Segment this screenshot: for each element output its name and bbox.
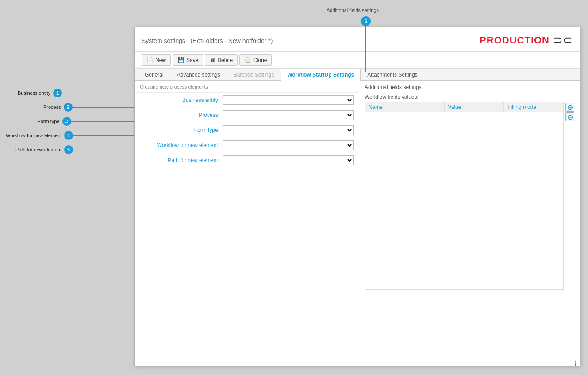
clone-label: Clone (253, 57, 267, 63)
form-type-select[interactable] (223, 125, 354, 135)
delete-button[interactable]: 🗑 Delete (205, 54, 238, 66)
additional-fields-tooltip: Additional fields settings (327, 8, 379, 13)
col-value: Value (444, 102, 504, 112)
annotation-label-3: Form type (38, 119, 60, 124)
panel-title: System settings (HotFolders - New hotfol… (142, 35, 273, 45)
add-row-button[interactable]: ⊕ (565, 103, 574, 112)
annotation-1: Business entity 1 (18, 89, 62, 97)
business-entity-select[interactable] (223, 95, 354, 105)
subtitle-text: (HotFolders - New hotfolder *) (190, 37, 273, 44)
clone-button[interactable]: 📋 Clone (239, 54, 272, 66)
ann-line-4 (69, 135, 134, 136)
section-header: Creating new process elements (135, 81, 359, 93)
tooltip-bubble-6: 6 (361, 16, 371, 26)
business-entity-label: Business entity: (140, 97, 219, 103)
info-icon[interactable]: ℹ (574, 360, 577, 368)
clone-icon: 📋 (244, 57, 251, 63)
form-type-label: Form type: (140, 127, 219, 133)
workflow-fields-label: Workflow fields values: (365, 94, 564, 100)
ann-line-3 (66, 121, 135, 122)
tab-attachments-label: Attachments Settings (367, 72, 417, 78)
left-panel: Creating new process elements Business e… (135, 81, 359, 371)
annotation-4: Workflow for new element 4 (6, 131, 73, 140)
toolbar: 📄 New 💾 Save 🗑 Delete 📋 Clone (135, 52, 580, 69)
form-row-path-new: Path for new element: (135, 153, 359, 168)
new-icon: 📄 (146, 57, 154, 63)
infinity-icon: ⊃⊂ (553, 33, 573, 47)
new-button[interactable]: 📄 New (142, 54, 171, 66)
workflow-new-select[interactable] (223, 140, 354, 150)
tooltip-line (365, 26, 366, 72)
tab-general[interactable]: General (138, 69, 170, 81)
save-button[interactable]: 💾 Save (173, 54, 203, 66)
workflow-fields-table: Name Value Filling mode (365, 102, 564, 290)
form-row-form-type: Form type: (135, 123, 359, 138)
annotation-5: Path for new element 5 (15, 145, 73, 154)
tabs-bar: General Advanced settings Barcode Settin… (135, 69, 580, 81)
path-new-select[interactable] (223, 155, 354, 165)
right-section-title: Additional fields settings (365, 84, 422, 90)
right-panel: Additional fields settings Workflow fiel… (359, 81, 580, 371)
ann-line-1 (73, 93, 135, 93)
process-select[interactable] (223, 110, 354, 120)
save-label: Save (186, 57, 198, 63)
main-panel: System settings (HotFolders - New hotfol… (134, 27, 580, 366)
annotation-2: Process 2 (43, 103, 73, 112)
annotation-label-2: Process (43, 104, 61, 110)
remove-row-button[interactable]: ⊖ (565, 112, 574, 121)
tab-attachments[interactable]: Attachments Settings (361, 69, 424, 81)
production-text: PRODUCTION (480, 35, 550, 46)
right-panel-title: Additional fields settings (365, 84, 574, 90)
content-area: Creating new process elements Business e… (135, 81, 580, 371)
annotation-label-5: Path for new element (15, 147, 61, 152)
workflow-new-label: Workflow for new element: (140, 142, 219, 148)
production-logo: PRODUCTION ⊃⊂ (480, 33, 573, 47)
tab-workflow-label: Workflow StartUp Settings (287, 72, 354, 78)
form-row-workflow-new: Workflow for new element: (135, 138, 359, 153)
tab-advanced[interactable]: Advanced settings (170, 69, 227, 81)
section-header-text: Creating new process elements (140, 84, 208, 89)
delete-icon: 🗑 (210, 57, 215, 63)
ann-line-5 (68, 150, 134, 150)
ann-bubble-1: 1 (53, 89, 62, 97)
delete-label: Delete (217, 57, 233, 63)
tab-workflow[interactable]: Workflow StartUp Settings (281, 69, 361, 81)
form-row-business-entity: Business entity: (135, 93, 359, 108)
col-name: Name (365, 102, 445, 112)
title-text: System settings (142, 37, 185, 44)
annotation-label-1: Business entity (18, 90, 50, 96)
new-label: New (155, 57, 166, 63)
tab-general-label: General (145, 72, 164, 78)
table-empty-row (365, 112, 564, 290)
process-label: Process: (140, 112, 219, 118)
col-filling-mode: Filling mode (504, 102, 564, 112)
form-row-process: Process: (135, 108, 359, 123)
tab-advanced-label: Advanced settings (177, 72, 220, 78)
path-new-label: Path for new element: (140, 157, 219, 163)
table-actions: ⊕ ⊖ (565, 103, 574, 121)
ann-line-2 (69, 107, 135, 108)
save-icon: 💾 (177, 57, 184, 63)
tab-barcode: Barcode Settings (227, 69, 281, 81)
tab-barcode-label: Barcode Settings (234, 72, 274, 78)
panel-header: System settings (HotFolders - New hotfol… (135, 27, 580, 52)
annotation-label-4: Workflow for new element (6, 133, 61, 138)
